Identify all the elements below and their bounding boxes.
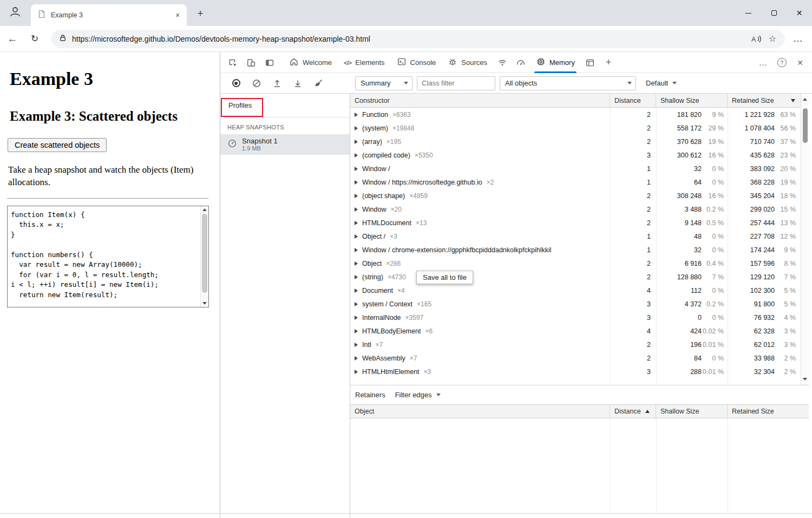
heap-table-row[interactable]: (object shape) ×4859 2 308 248 16 % bbox=[350, 189, 801, 202]
disclosure-triangle-icon[interactable] bbox=[355, 370, 358, 374]
heap-table-row[interactable]: Object / ×3 1 48 0 % 227 7 bbox=[350, 230, 801, 243]
perspective-select[interactable]: Summary bbox=[355, 76, 412, 90]
heap-table-row[interactable]: Window / https://microsoftedge.github.io… bbox=[350, 175, 801, 189]
delete-all-profiles-button[interactable] bbox=[311, 76, 326, 91]
constructor-cell: (compiled code) ×5350 bbox=[350, 152, 610, 159]
disclosure-triangle-icon[interactable] bbox=[355, 113, 358, 117]
heap-table-row[interactable]: (compiled code) ×5350 3 300 612 16 % bbox=[350, 148, 801, 162]
disclosure-triangle-icon[interactable] bbox=[355, 275, 358, 279]
disclosure-triangle-icon[interactable] bbox=[355, 288, 358, 293]
tab-elements[interactable]: </> Elements bbox=[338, 53, 391, 73]
default-view-select[interactable]: Default bbox=[646, 79, 677, 87]
address-bar[interactable]: https://microsoftedge.github.io/Demos/de… bbox=[51, 30, 785, 48]
heap-table-row[interactable]: InternalNode ×3597 3 0 0 % bbox=[350, 311, 801, 324]
heap-table-row[interactable]: HTMLBodyElement ×6 4 424 0.02 % bbox=[350, 324, 801, 338]
disclosure-triangle-icon[interactable] bbox=[355, 221, 358, 225]
inspect-tool-button[interactable] bbox=[225, 55, 241, 71]
heap-table-row[interactable]: (system) ×19848 2 558 172 29 % bbox=[350, 121, 801, 135]
tab-sources[interactable]: Sources bbox=[442, 53, 493, 73]
devtools-more-button[interactable]: … bbox=[755, 55, 771, 71]
heap-table-row[interactable]: Intl ×7 2 196 0.01 % 62 01 bbox=[350, 338, 801, 351]
column-header-object[interactable]: Object bbox=[350, 405, 610, 418]
load-profile-button[interactable] bbox=[270, 76, 285, 91]
tab-memory[interactable]: Memory bbox=[530, 53, 581, 73]
browser-tab[interactable]: Example 3 ✕ bbox=[31, 4, 187, 26]
read-aloud-icon[interactable]: A bbox=[748, 31, 764, 47]
table-scrollbar[interactable] bbox=[801, 94, 809, 385]
objects-filter-select[interactable]: All objects bbox=[500, 76, 636, 90]
scroll-up-icon[interactable] bbox=[801, 98, 809, 101]
disclosure-triangle-icon[interactable] bbox=[355, 140, 358, 144]
column-header-shallow-size[interactable]: Shallow Size bbox=[656, 405, 728, 418]
column-header-retained-size[interactable]: Retained Size bbox=[728, 94, 801, 107]
create-scattered-objects-button[interactable]: Create scattered objects bbox=[8, 138, 107, 152]
disclosure-triangle-icon[interactable] bbox=[355, 261, 358, 266]
heap-table-row[interactable]: WebAssembly ×7 2 84 0 % 33 bbox=[350, 351, 801, 365]
scroll-down-icon[interactable] bbox=[801, 378, 809, 381]
disclosure-triangle-icon[interactable] bbox=[355, 234, 358, 239]
save-profile-button[interactable] bbox=[290, 76, 305, 91]
disclosure-triangle-icon[interactable] bbox=[355, 302, 358, 306]
retained-size-cell: 76 932 4 % bbox=[728, 314, 801, 322]
minimize-button[interactable] bbox=[736, 0, 761, 26]
record-heap-snapshot-button[interactable] bbox=[228, 76, 244, 91]
favorites-star-icon[interactable]: ☆ bbox=[764, 31, 781, 47]
tab-welcome[interactable]: Welcome bbox=[283, 53, 338, 73]
disclosure-triangle-icon[interactable] bbox=[355, 356, 358, 360]
close-window-button[interactable]: ✕ bbox=[787, 0, 812, 26]
table-scrollbar-thumb[interactable] bbox=[803, 108, 808, 143]
disclosure-triangle-icon[interactable] bbox=[355, 207, 358, 212]
heap-table-row[interactable]: Document ×4 4 112 0 % 102 bbox=[350, 284, 801, 297]
scroll-up-icon[interactable] bbox=[201, 208, 208, 211]
column-header-shallow-size[interactable]: Shallow Size bbox=[656, 94, 728, 107]
disclosure-triangle-icon[interactable] bbox=[355, 126, 358, 130]
code-block[interactable]: function Item(x) { this.x = x; } functio… bbox=[7, 206, 209, 307]
performance-monitor-button[interactable] bbox=[513, 55, 529, 71]
snapshot-gauge-icon bbox=[227, 139, 237, 150]
column-header-retained-size[interactable]: Retained Size bbox=[728, 405, 809, 418]
new-tab-button[interactable]: + bbox=[194, 7, 207, 20]
column-header-distance[interactable]: Distance bbox=[610, 94, 656, 107]
maximize-button[interactable] bbox=[761, 0, 787, 26]
more-tabs-button[interactable]: + bbox=[600, 55, 617, 71]
class-filter-input[interactable] bbox=[417, 76, 495, 90]
heap-table-row[interactable]: Window ×20 2 3 488 0.2 % 2 bbox=[350, 202, 801, 216]
disclosure-triangle-icon[interactable] bbox=[355, 194, 358, 198]
heap-table-row[interactable]: Object ×286 2 6 916 0.4 % bbox=[350, 257, 801, 270]
column-header-distance[interactable]: Distance bbox=[610, 405, 656, 418]
disclosure-triangle-icon[interactable] bbox=[355, 180, 358, 185]
heap-table-row[interactable]: HTMLHtmlElement ×3 3 288 0.01 % bbox=[350, 365, 801, 378]
heap-table-row[interactable]: Window / chrome-extension://gpphkfbcpidd… bbox=[350, 243, 801, 257]
heap-table-row[interactable]: Function ×6363 2 181 820 9 % bbox=[350, 108, 801, 121]
network-conditions-button[interactable] bbox=[494, 55, 510, 71]
device-emulation-button[interactable] bbox=[243, 55, 259, 71]
disclosure-triangle-icon[interactable] bbox=[355, 329, 358, 333]
column-header-constructor[interactable]: Constructor bbox=[350, 94, 610, 107]
filter-edges-select[interactable]: Filter edges bbox=[395, 391, 441, 399]
disclosure-triangle-icon[interactable] bbox=[355, 343, 358, 347]
snapshot-list-item[interactable]: Snapshot 1 1.9 MB bbox=[220, 134, 350, 155]
refresh-button[interactable]: ↻ bbox=[25, 29, 44, 49]
browser-menu-button[interactable]: … bbox=[788, 29, 808, 49]
heap-table-row[interactable]: Window / 1 32 0 % 383 092 bbox=[350, 162, 801, 175]
disclosure-triangle-icon[interactable] bbox=[355, 167, 358, 171]
heap-table-row[interactable]: system / Context ×165 3 4 372 0.2 % bbox=[350, 297, 801, 311]
disclosure-triangle-icon[interactable] bbox=[355, 248, 358, 252]
heap-table-row[interactable]: HTMLDocument ×13 2 9 148 0.5 % bbox=[350, 216, 801, 230]
profile-avatar-button[interactable] bbox=[6, 4, 24, 22]
code-scrollbar-thumb[interactable] bbox=[202, 214, 207, 293]
scroll-down-icon[interactable] bbox=[201, 302, 208, 305]
clear-profiles-button[interactable] bbox=[249, 76, 264, 91]
tab-close-button[interactable]: ✕ bbox=[173, 10, 182, 20]
disclosure-triangle-icon[interactable] bbox=[355, 153, 358, 158]
disclosure-triangle-icon[interactable] bbox=[355, 316, 358, 320]
heap-table-row[interactable]: (array) ×195 2 370 628 19 % bbox=[350, 135, 801, 148]
application-panel-button[interactable] bbox=[582, 55, 598, 71]
code-scrollbar[interactable] bbox=[200, 206, 208, 307]
back-button[interactable]: ← bbox=[3, 29, 22, 49]
tab-console[interactable]: Console bbox=[391, 53, 442, 73]
instance-count: ×20 bbox=[390, 206, 401, 213]
devtools-help-button[interactable]: ? bbox=[774, 55, 790, 71]
devtools-close-button[interactable]: ✕ bbox=[792, 55, 808, 71]
focus-mode-button[interactable] bbox=[261, 55, 278, 71]
